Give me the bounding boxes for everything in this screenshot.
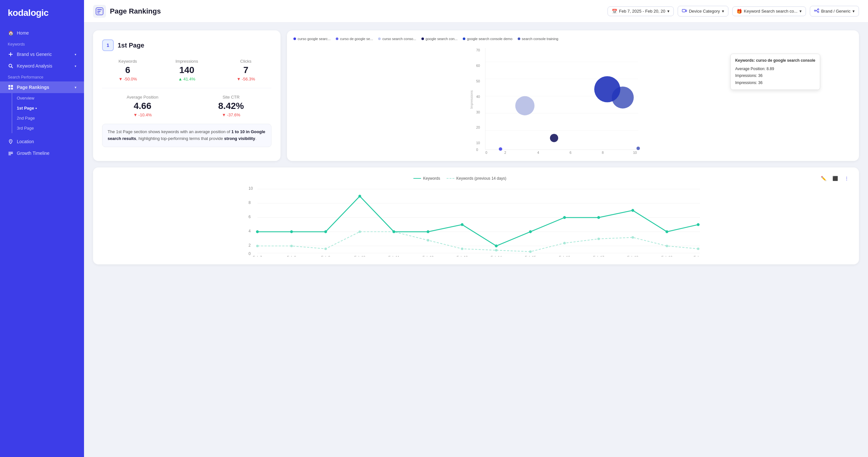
more-button[interactable]: ⋮: [842, 174, 851, 183]
sidebar-item-keyword-analysis[interactable]: Keyword Analysis ▾: [0, 60, 84, 72]
svg-rect-9: [8, 152, 13, 153]
chevron-down-icon: ▾: [800, 9, 802, 13]
stat-ctr-change: ▼ -37.6%: [191, 113, 272, 117]
main-content: Page Rankings 📅 Feb 7, 2025 - Feb 20, 20…: [84, 0, 868, 457]
dot-prev-9: [563, 242, 566, 244]
edit-button[interactable]: ✏️: [819, 174, 828, 183]
svg-text:0: 0: [485, 151, 487, 154]
page-badge: 1: [102, 39, 114, 51]
svg-text:Feb 18: Feb 18: [627, 255, 638, 257]
dot-prev-1: [290, 245, 293, 247]
dot-prev-3: [359, 231, 361, 233]
svg-point-8: [10, 141, 11, 142]
bubble-4[interactable]: [637, 147, 640, 150]
svg-rect-5: [11, 85, 13, 87]
svg-text:6: 6: [569, 151, 571, 154]
bubble-3[interactable]: [550, 134, 558, 142]
tooltip-impressions2: Impressions: 36: [735, 80, 815, 87]
tooltip-avg-position: Average Position: 8.89: [735, 66, 815, 73]
sidebar-item-location[interactable]: Location: [0, 136, 84, 147]
export-button[interactable]: ⬛: [831, 174, 840, 183]
bubble-chart-card: curso google searc... curso de google se…: [287, 30, 859, 161]
stats-grid: Keywords 6 ▼ -50.0% Impressions 140 ▲ 41…: [102, 59, 272, 82]
legend-dot-5: [518, 37, 520, 40]
header-title-area: Page Rankings: [93, 5, 161, 18]
svg-text:50: 50: [476, 79, 480, 83]
section-label-keywords: Keywords: [0, 39, 84, 49]
dot-13: [697, 223, 700, 226]
svg-text:Feb 7: Feb 7: [253, 255, 262, 257]
search-icon: [8, 63, 13, 69]
sidebar-sub-item-overview[interactable]: Overview: [0, 93, 84, 103]
dot-4: [393, 231, 396, 233]
svg-text:70: 70: [476, 48, 480, 52]
sidebar: kodalogic 🏠 Home Keywords Brand vs Gener…: [0, 0, 84, 457]
svg-text:0: 0: [249, 251, 251, 256]
dot-1: [290, 231, 293, 233]
arrow-down-icon: ▼: [133, 113, 137, 117]
stats-card-title: 1st Page: [118, 42, 144, 49]
dot-10: [597, 216, 600, 219]
device-category-filter[interactable]: Device Category ▾: [678, 6, 728, 17]
sidebar-sub-item-1st-page[interactable]: 1st Page: [0, 103, 84, 113]
legend-item-2: curso search conso...: [378, 37, 416, 41]
svg-text:Feb 14: Feb 14: [491, 255, 502, 257]
sidebar-item-growth-timeline[interactable]: Growth Timeline: [0, 147, 84, 159]
dot-3: [359, 195, 361, 198]
stat-impressions: Impressions 140 ▲ 41.4%: [161, 59, 213, 82]
chevron-down-icon: ▾: [667, 9, 670, 13]
dot-2: [324, 231, 327, 233]
sidebar-item-home[interactable]: 🏠 Home: [0, 27, 84, 39]
date-range-filter[interactable]: 📅 Feb 7, 2025 - Feb 20, 20 ▾: [608, 6, 674, 16]
arrow-down-icon: ▼: [222, 113, 226, 117]
device-icon: [682, 8, 687, 14]
bubble-0[interactable]: [499, 147, 502, 151]
svg-text:Feb 16: Feb 16: [559, 255, 570, 257]
legend-keywords-prev: Keywords (previous 14 days): [446, 176, 506, 181]
bubble-legend: curso google searc... curso de google se…: [293, 37, 852, 41]
svg-rect-6: [8, 88, 10, 90]
chevron-icon: ▾: [75, 64, 76, 68]
svg-rect-13: [97, 9, 102, 10]
dot-prev-6: [461, 248, 463, 250]
dot-9: [563, 216, 566, 219]
svg-text:Feb 17: Feb 17: [593, 255, 604, 257]
page-title: Page Rankings: [110, 7, 161, 16]
arrow-up-icon: ▲: [178, 77, 183, 82]
svg-text:20: 20: [476, 125, 480, 129]
legend-dot-0: [293, 37, 296, 40]
stat-impressions-change: ▲ 41.4%: [161, 77, 213, 82]
svg-point-19: [817, 9, 819, 10]
legend-item-5: search console training: [518, 37, 558, 41]
stat-clicks: Clicks 7 ▼ -56.3%: [220, 59, 272, 82]
stats-note: The 1st Page section shows keywords with…: [102, 124, 272, 147]
bubble-chart-area: Keywords: curso de google search console…: [293, 44, 852, 154]
sidebar-sub-item-2nd-page[interactable]: 2nd Page: [0, 113, 84, 123]
sidebar-sub-item-3rd-page[interactable]: 3rd Page: [0, 123, 84, 133]
dot-prev-10: [597, 238, 600, 240]
svg-point-20: [817, 11, 819, 12]
dot-0: [256, 231, 259, 233]
line-current: [257, 196, 699, 246]
brand-generic-filter[interactable]: Brand / Generic ▾: [810, 6, 859, 17]
dot-6: [461, 223, 464, 226]
bubble-highlighted[interactable]: [594, 76, 620, 102]
svg-text:Feb 12: Feb 12: [422, 255, 433, 257]
sidebar-item-brand-vs-generic[interactable]: Brand vs Generic ▾: [0, 49, 84, 60]
svg-text:Feb 10: Feb 10: [354, 255, 365, 257]
stat-avg-position: Average Position 4.66 ▼ -10.4%: [102, 95, 183, 117]
bubble-2[interactable]: [516, 96, 535, 115]
stat-site-ctr: Site CTR 8.42% ▼ -37.6%: [191, 95, 272, 117]
header-filters: 📅 Feb 7, 2025 - Feb 20, 20 ▾ Device Cate…: [608, 6, 859, 17]
svg-text:40: 40: [476, 95, 480, 98]
sidebar-item-page-rankings[interactable]: Page Rankings ▾: [0, 82, 84, 93]
svg-text:60: 60: [476, 64, 480, 67]
svg-text:Feb 13: Feb 13: [457, 255, 468, 257]
legend-dash-keywords: [413, 178, 421, 179]
legend-item-0: curso google searc...: [293, 37, 331, 41]
keyword-search-filter[interactable]: 🎁 Keyword Search search co... ▾: [732, 6, 806, 16]
dot-prev-11: [631, 236, 634, 239]
svg-text:4: 4: [249, 229, 251, 233]
keyword-icon: 🎁: [737, 9, 742, 14]
chevron-down-icon: ▾: [852, 9, 855, 13]
